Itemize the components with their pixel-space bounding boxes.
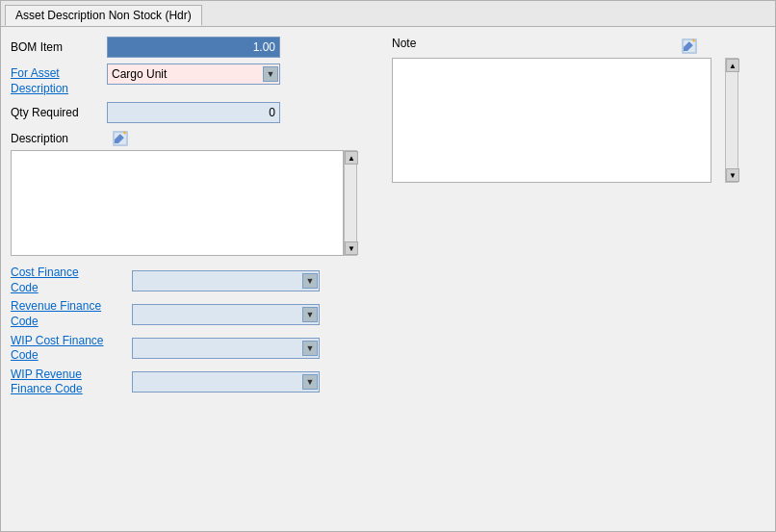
description-label-row: Description — [11, 129, 376, 148]
note-section: Note ▲ ▼ — [392, 37, 765, 183]
note-pencil-icon[interactable] — [680, 37, 699, 56]
tab-asset-description[interactable]: Asset Description Non Stock (Hdr) — [5, 5, 202, 26]
wip-revenue-input[interactable] — [132, 371, 320, 393]
description-textarea-container: ▲ ▼ — [11, 150, 357, 256]
note-label-row: Note — [392, 37, 765, 56]
for-asset-link[interactable]: For AssetDescription — [11, 63, 107, 96]
for-asset-row: For AssetDescription ▼ — [11, 63, 376, 96]
cost-finance-row: Cost FinanceCode ▼ — [11, 266, 376, 295]
cost-finance-link[interactable]: Cost FinanceCode — [11, 266, 126, 295]
note-textarea-container: ▲ ▼ — [392, 58, 738, 183]
wip-revenue-link[interactable]: WIP RevenueFinance Code — [11, 367, 126, 397]
for-asset-dropdown-arrow[interactable]: ▼ — [263, 66, 278, 82]
bom-item-input[interactable] — [107, 37, 280, 58]
cost-finance-input[interactable] — [132, 270, 320, 291]
description-textarea[interactable] — [11, 150, 344, 256]
note-scrollbar[interactable]: ▲ ▼ — [725, 58, 738, 183]
wip-cost-row: WIP Cost FinanceCode ▼ — [11, 334, 376, 364]
description-label: Description — [11, 132, 107, 145]
cost-finance-arrow[interactable]: ▼ — [302, 273, 318, 289]
content-area: BOM Item For AssetDescription ▼ Qty Requ… — [1, 27, 775, 411]
description-pencil-icon[interactable] — [111, 129, 130, 148]
revenue-finance-input[interactable] — [132, 304, 320, 325]
for-asset-dropdown-wrapper: ▼ — [107, 63, 280, 85]
left-panel: BOM Item For AssetDescription ▼ Qty Requ… — [11, 37, 376, 401]
for-asset-input[interactable] — [107, 63, 280, 85]
revenue-finance-row: Revenue FinanceCode ▼ — [11, 299, 376, 329]
revenue-finance-arrow[interactable]: ▼ — [302, 307, 318, 322]
bom-item-label: BOM Item — [11, 40, 107, 54]
finance-section: Cost FinanceCode ▼ Revenue FinanceCode ▼ — [11, 266, 376, 397]
note-label: Note — [392, 37, 416, 50]
pencil-svg — [111, 129, 130, 148]
revenue-finance-dropdown-wrapper: ▼ — [132, 304, 320, 325]
wip-revenue-dropdown-wrapper: ▼ — [132, 371, 320, 393]
cost-finance-dropdown-wrapper: ▼ — [132, 270, 320, 291]
qty-required-label: Qty Required — [11, 106, 107, 119]
right-panel: Note ▲ ▼ — [392, 37, 765, 401]
wip-cost-arrow[interactable]: ▼ — [302, 341, 318, 356]
note-scroll-down-btn[interactable]: ▼ — [726, 168, 739, 182]
wip-revenue-row: WIP RevenueFinance Code ▼ — [11, 367, 376, 397]
tab-bar: Asset Description Non Stock (Hdr) — [1, 1, 775, 27]
description-section: Description ▲ — [11, 129, 376, 256]
note-pencil-svg — [680, 37, 699, 56]
scroll-up-btn[interactable]: ▲ — [345, 151, 358, 165]
wip-cost-input[interactable] — [132, 338, 320, 359]
wip-cost-link[interactable]: WIP Cost FinanceCode — [11, 334, 126, 364]
scroll-down-btn[interactable]: ▼ — [345, 241, 358, 255]
main-window: Asset Description Non Stock (Hdr) BOM It… — [0, 0, 776, 532]
qty-required-row: Qty Required — [11, 102, 376, 123]
wip-revenue-arrow[interactable]: ▼ — [302, 374, 318, 390]
wip-cost-dropdown-wrapper: ▼ — [132, 338, 320, 359]
qty-required-input[interactable] — [107, 102, 280, 123]
note-scroll-up-btn[interactable]: ▲ — [726, 59, 739, 72]
description-scrollbar[interactable]: ▲ ▼ — [344, 150, 357, 256]
revenue-finance-link[interactable]: Revenue FinanceCode — [11, 299, 126, 329]
note-textarea[interactable] — [392, 58, 711, 183]
bom-item-row: BOM Item — [11, 37, 376, 58]
